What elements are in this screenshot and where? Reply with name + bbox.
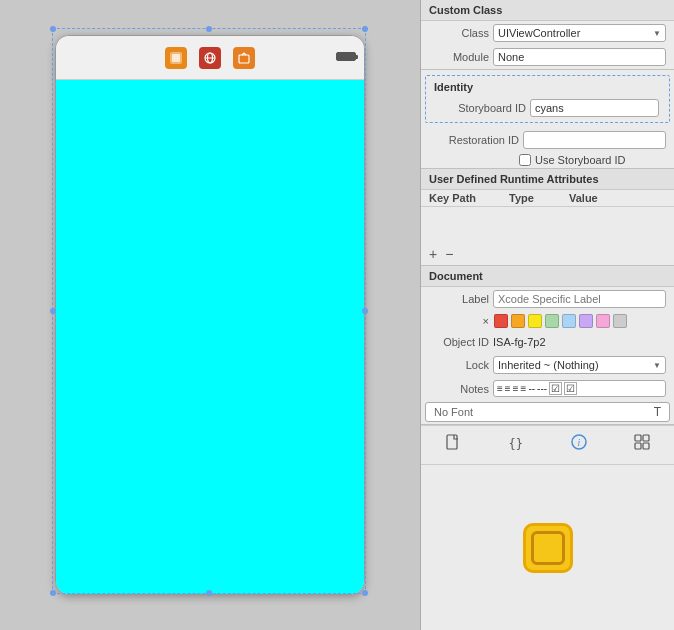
tab-grid[interactable] [626, 432, 658, 458]
label-field [493, 290, 666, 308]
toolbar-icon-2[interactable] [199, 47, 221, 69]
lock-dropdown-arrow: ▼ [653, 361, 661, 370]
align-center-btn[interactable]: ≡ [505, 383, 511, 394]
object-id-field: ISA-fg-7p2 [493, 336, 666, 348]
module-input[interactable] [493, 48, 666, 66]
restoration-id-input[interactable] [523, 131, 666, 149]
use-storyboard-checkbox[interactable] [519, 154, 531, 166]
svg-rect-1 [172, 54, 180, 62]
color-swatch-purple[interactable] [579, 314, 593, 328]
lock-row: Lock Inherited ~ (Nothing) ▼ [421, 353, 674, 377]
document-section: Document Label × Object ID ISA-fg-7p2 [421, 266, 674, 425]
object-id-label: Object ID [429, 336, 489, 348]
class-field: UIViewController ▼ [493, 24, 666, 42]
color-swatch-lightblue[interactable] [562, 314, 576, 328]
col-key-path: Key Path [429, 192, 509, 204]
identity-dashed-box: Identity Storyboard ID [425, 75, 670, 123]
selection-handle-br [362, 590, 368, 596]
checkbox1-btn[interactable]: ☑ [549, 382, 562, 395]
lock-field: Inherited ~ (Nothing) ▼ [493, 356, 666, 374]
align-right-btn[interactable]: ≡ [513, 383, 519, 394]
list-btn[interactable]: -- [528, 383, 535, 394]
selection-handle-bl [50, 590, 56, 596]
color-swatch-pink[interactable] [596, 314, 610, 328]
module-row: Module [421, 45, 674, 69]
use-storyboard-label: Use Storyboard ID [535, 154, 625, 166]
identity-section: Identity Storyboard ID Restoration ID Us… [421, 70, 674, 169]
notes-label: Notes [429, 383, 489, 395]
tab-file[interactable] [437, 432, 469, 458]
tab-info[interactable]: i [563, 432, 595, 458]
view-controller-icon [523, 523, 573, 573]
restoration-id-label: Restoration ID [429, 134, 519, 146]
bottom-tabs: {} i [421, 425, 674, 465]
custom-class-section: Custom Class Class UIViewController ▼ Mo… [421, 0, 674, 70]
selection-handle-tm [206, 26, 212, 32]
svg-rect-9 [635, 435, 641, 441]
add-remove-row: + − [421, 243, 674, 265]
color-x-label: × [429, 315, 489, 327]
lock-label: Lock [429, 359, 489, 371]
col-type: Type [509, 192, 569, 204]
font-icon: T [654, 405, 661, 419]
battery-indicator [336, 52, 356, 61]
column-headers: Key Path Type Value [421, 190, 674, 207]
color-swatch-green[interactable] [545, 314, 559, 328]
svg-rect-6 [447, 435, 457, 449]
class-dropdown-arrow: ▼ [653, 29, 661, 38]
add-attribute-button[interactable]: + [429, 247, 437, 261]
object-id-row: Object ID ISA-fg-7p2 [421, 331, 674, 353]
class-dropdown[interactable]: UIViewController ▼ [493, 24, 666, 42]
class-row: Class UIViewController ▼ [421, 21, 674, 45]
module-field [493, 48, 666, 66]
checkbox2-btn[interactable]: ☑ [564, 382, 577, 395]
align-left-btn[interactable]: ≡ [497, 383, 503, 394]
canvas-panel [0, 0, 420, 630]
user-defined-empty [421, 207, 674, 243]
svg-rect-10 [643, 435, 649, 441]
use-storyboard-row: Use Storyboard ID [421, 152, 674, 168]
svg-text:i: i [577, 437, 580, 448]
svg-rect-12 [643, 443, 649, 449]
document-header: Document [421, 266, 674, 287]
no-font-row: No Font T [425, 402, 670, 422]
toolbar-icon-1[interactable] [165, 47, 187, 69]
user-defined-section: User Defined Runtime Attributes Key Path… [421, 169, 674, 266]
device-screen [56, 80, 364, 594]
selection-handle-tl [50, 26, 56, 32]
remove-attribute-button[interactable]: − [445, 247, 453, 261]
identity-header: Identity [428, 78, 667, 96]
toolbar-icon-3[interactable] [233, 47, 255, 69]
color-swatch-red[interactable] [494, 314, 508, 328]
color-swatch-gray[interactable] [613, 314, 627, 328]
object-panel [421, 465, 674, 630]
device-toolbar [56, 36, 364, 80]
align-justify-btn[interactable]: ≡ [521, 383, 527, 394]
custom-class-header: Custom Class [421, 0, 674, 21]
storyboard-id-field [530, 99, 659, 117]
lock-dropdown[interactable]: Inherited ~ (Nothing) ▼ [493, 356, 666, 374]
no-font-label: No Font [434, 406, 473, 418]
inspector-panel: Custom Class Class UIViewController ▼ Mo… [420, 0, 674, 630]
tab-json[interactable]: {} [500, 432, 530, 458]
view-controller-inner [531, 531, 565, 565]
class-label: Class [429, 27, 489, 39]
label-label: Label [429, 293, 489, 305]
color-swatch-orange[interactable] [511, 314, 525, 328]
storyboard-id-input[interactable] [530, 99, 659, 117]
label-input[interactable] [493, 290, 666, 308]
label-row: Label [421, 287, 674, 311]
restoration-id-row: Restoration ID [421, 128, 674, 152]
device-frame [55, 35, 365, 595]
svg-rect-11 [635, 443, 641, 449]
user-defined-header: User Defined Runtime Attributes [421, 169, 674, 190]
module-label: Module [429, 51, 489, 63]
color-swatch-yellow[interactable] [528, 314, 542, 328]
col-value: Value [569, 192, 666, 204]
svg-rect-5 [239, 55, 249, 63]
notes-toolbar: ≡ ≡ ≡ ≡ -- --- ☑ ☑ [493, 380, 666, 397]
storyboard-id-row: Storyboard ID [428, 96, 667, 120]
notes-row: Notes ≡ ≡ ≡ ≡ -- --- ☑ ☑ [421, 377, 674, 400]
color-swatches-row: × [421, 311, 674, 331]
dashes-btn[interactable]: --- [537, 383, 547, 394]
